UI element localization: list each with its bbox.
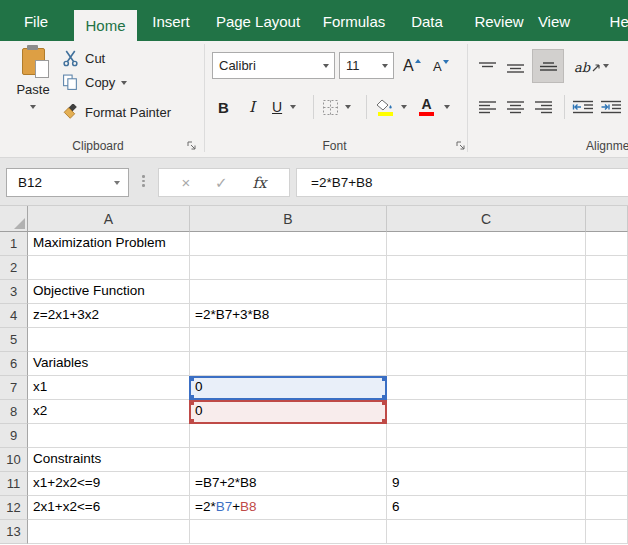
cell-C4[interactable]	[387, 304, 586, 328]
copy-dropdown-caret[interactable]	[121, 81, 127, 85]
tab-review[interactable]: Review	[464, 0, 534, 41]
copy-button[interactable]: Copy	[62, 74, 127, 91]
cell-D8[interactable]	[586, 400, 628, 424]
tab-data[interactable]: Data	[400, 0, 454, 41]
row-header-13[interactable]: 13	[0, 520, 28, 544]
align-right-button[interactable]	[534, 94, 553, 120]
cell-C10[interactable]	[387, 448, 586, 472]
row-header-6[interactable]: 6	[0, 352, 28, 376]
clipboard-dialog-launcher[interactable]	[186, 140, 198, 152]
cell-C13[interactable]	[387, 520, 586, 544]
column-header-A[interactable]: A	[28, 206, 190, 232]
cell-A6[interactable]: Variables	[28, 352, 190, 376]
select-all-button[interactable]	[0, 206, 28, 232]
cell-B7[interactable]: 0	[190, 376, 387, 400]
insert-function-icon[interactable]: fx	[253, 174, 267, 192]
cell-B6[interactable]	[190, 352, 387, 376]
font-name-caret[interactable]	[323, 64, 329, 68]
cell-D1[interactable]	[586, 232, 628, 256]
row-header-4[interactable]: 4	[0, 304, 28, 328]
cell-C7[interactable]	[387, 376, 586, 400]
cell-C3[interactable]	[387, 280, 586, 304]
cell-C6[interactable]	[387, 352, 586, 376]
format-painter-button[interactable]: Format Painter	[62, 104, 171, 121]
row-header-1[interactable]: 1	[0, 232, 28, 256]
tab-page-layout[interactable]: Page Layout	[208, 0, 308, 41]
decrease-indent-button[interactable]	[572, 94, 594, 120]
row-header-9[interactable]: 9	[0, 424, 28, 448]
cell-B2[interactable]	[190, 256, 387, 280]
row-header-2[interactable]: 2	[0, 256, 28, 280]
enter-icon[interactable]: ✓	[215, 174, 228, 192]
cell-C9[interactable]	[387, 424, 586, 448]
underline-caret[interactable]	[290, 105, 296, 109]
orientation-caret[interactable]	[603, 64, 609, 68]
name-box[interactable]: B12	[6, 168, 129, 197]
column-header-C[interactable]: C	[387, 206, 586, 232]
middle-align-button[interactable]	[506, 55, 525, 81]
cell-B4[interactable]: =2*B7+3*B8	[190, 304, 387, 328]
fill-color-button[interactable]	[376, 94, 394, 120]
tab-home[interactable]: Home	[74, 10, 137, 41]
borders-caret[interactable]	[345, 105, 351, 109]
cell-C8[interactable]	[387, 400, 586, 424]
cell-B3[interactable]	[190, 280, 387, 304]
tab-file[interactable]: File	[14, 0, 58, 41]
paste-dropdown-caret[interactable]	[30, 105, 36, 109]
cancel-icon[interactable]: ×	[181, 174, 190, 191]
row-header-12[interactable]: 12	[0, 496, 28, 520]
cell-B12[interactable]: =2*B7+B8	[190, 496, 387, 520]
cell-B11[interactable]: =B7+2*B8	[190, 472, 387, 496]
fill-color-caret[interactable]	[401, 105, 407, 109]
cell-A11[interactable]: x1+2x2<=9	[28, 472, 190, 496]
row-header-10[interactable]: 10	[0, 448, 28, 472]
cell-B10[interactable]	[190, 448, 387, 472]
formula-bar-input[interactable]: =2*B7+B8	[296, 168, 628, 197]
font-size-combo[interactable]: 11	[339, 52, 394, 79]
font-name-combo[interactable]: Calibri	[212, 52, 335, 79]
cell-D12[interactable]	[586, 496, 628, 520]
cell-D4[interactable]	[586, 304, 628, 328]
increase-font-size-button[interactable]: A	[403, 53, 421, 79]
font-dialog-launcher[interactable]	[455, 140, 467, 152]
cell-B5[interactable]	[190, 328, 387, 352]
cell-D7[interactable]	[586, 376, 628, 400]
cell-A1[interactable]: Maximization Problem	[28, 232, 190, 256]
tab-help[interactable]: Help	[596, 0, 628, 41]
cell-C12[interactable]: 6	[387, 496, 586, 520]
row-header-8[interactable]: 8	[0, 400, 28, 424]
row-header-5[interactable]: 5	[0, 328, 28, 352]
cell-D9[interactable]	[586, 424, 628, 448]
cell-B9[interactable]	[190, 424, 387, 448]
cell-A2[interactable]	[28, 256, 190, 280]
row-header-11[interactable]: 11	[0, 472, 28, 496]
cell-A8[interactable]: x2	[28, 400, 190, 424]
column-header-B[interactable]: B	[190, 206, 387, 232]
cell-D11[interactable]	[586, 472, 628, 496]
borders-button[interactable]	[322, 94, 339, 120]
cell-D13[interactable]	[586, 520, 628, 544]
orientation-button[interactable]: ab	[574, 54, 602, 80]
cell-A9[interactable]	[28, 424, 190, 448]
font-size-caret[interactable]	[382, 64, 388, 68]
cell-C11[interactable]: 9	[387, 472, 586, 496]
italic-button[interactable]: I	[249, 94, 255, 120]
cell-D2[interactable]	[586, 256, 628, 280]
name-box-caret[interactable]	[114, 181, 120, 185]
cell-B1[interactable]	[190, 232, 387, 256]
column-header-D[interactable]	[586, 206, 628, 232]
cell-A12[interactable]: 2x1+x2<=6	[28, 496, 190, 520]
cell-D6[interactable]	[586, 352, 628, 376]
cell-A4[interactable]: z=2x1+3x2	[28, 304, 190, 328]
cell-D3[interactable]	[586, 280, 628, 304]
tab-view[interactable]: View	[530, 0, 578, 41]
increase-indent-button[interactable]	[600, 94, 622, 120]
cell-A10[interactable]: Constraints	[28, 448, 190, 472]
top-align-button[interactable]	[478, 55, 497, 81]
tab-formulas[interactable]: Formulas	[314, 0, 394, 41]
cell-A3[interactable]: Objective Function	[28, 280, 190, 304]
cell-B8[interactable]: 0	[190, 400, 387, 424]
cell-A7[interactable]: x1	[28, 376, 190, 400]
cell-C2[interactable]	[387, 256, 586, 280]
cell-D10[interactable]	[586, 448, 628, 472]
